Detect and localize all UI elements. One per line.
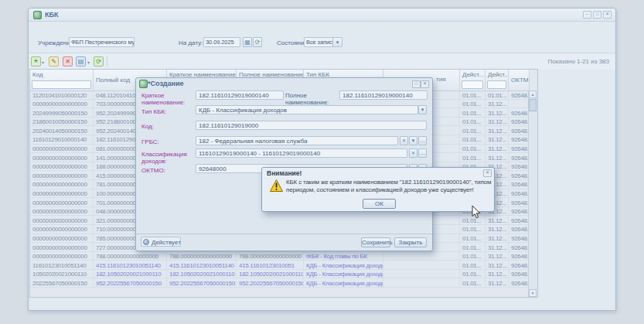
column-filter-input[interactable] (487, 80, 506, 89)
clear-icon[interactable] (409, 148, 417, 158)
table-cell: 92648... (509, 126, 530, 135)
clear-icon[interactable] (400, 136, 408, 145)
close-icon[interactable]: ✕ (483, 169, 492, 177)
table-cell: 00000000000000000 (30, 171, 94, 179)
grid-toolbar: ▾ ▾ Показано 1-21 из 383 (29, 53, 615, 70)
date-input[interactable]: 30.09.2025 (203, 37, 240, 47)
column-header[interactable]: Дейст... (460, 70, 486, 90)
table-cell: 92648... (509, 162, 530, 171)
maximize-icon[interactable]: □ (412, 80, 421, 88)
column-filter-input[interactable] (462, 80, 483, 89)
ok-button[interactable]: ОК (363, 199, 396, 209)
table-cell: 31.12... (486, 225, 509, 234)
table-cell: 31.12... (486, 261, 509, 269)
short-name-input[interactable]: 182.11610129019000140 (196, 90, 284, 100)
table-row[interactable]: 11610123010051140415.1161012301005114041… (30, 261, 530, 270)
table-cell: 00000000000000000 (30, 198, 94, 206)
table-cell (383, 270, 460, 278)
table-cell: 10502020021000110 (30, 270, 94, 278)
table-cell: 31.12... (486, 243, 509, 251)
table-cell (509, 100, 530, 108)
table-cell: 01.01... (460, 252, 486, 261)
state-select[interactable]: Все записи (304, 37, 342, 47)
export-menu-caret-icon[interactable]: ▾ (87, 60, 90, 65)
table-cell: 31.12... (486, 145, 509, 153)
table-cell: 182.10502020021000110 (237, 270, 304, 278)
warning-title: Внимание! (267, 169, 302, 177)
add-menu-caret-icon[interactable]: ▾ (42, 60, 44, 65)
table-row[interactable]: 20225567050000150952.2022556705000015095… (30, 278, 530, 288)
chevron-down-icon[interactable] (418, 105, 427, 114)
desktop: КБК – □ ✕ Учреждение: ФБП Пестречинского… (0, 0, 644, 324)
column-header[interactable]: ОКТМО (509, 70, 530, 90)
table-cell: 31.12... (486, 135, 509, 144)
warning-dialog: Внимание! ✕ КБК с таким же кратким наиме… (261, 167, 495, 212)
column-filter-input[interactable] (32, 80, 91, 89)
lookup-icon[interactable] (418, 136, 427, 145)
close-icon[interactable]: ✕ (421, 80, 429, 88)
app-icon (33, 11, 42, 19)
table-cell: 182.10502020021000110 (167, 270, 237, 278)
refresh-date-icon[interactable] (253, 37, 262, 47)
kbk-type-select[interactable]: КДБ - Классификация доходов (196, 105, 418, 114)
close-icon[interactable]: ✕ (603, 11, 612, 19)
vertical-scrollbar[interactable]: ▲ ▼ (528, 90, 537, 297)
paging-status: Показано 1-21 из 383 (548, 58, 609, 65)
full-name-input[interactable]: 182.11610129019000140 (339, 90, 428, 100)
scroll-down-icon[interactable]: ▼ (529, 289, 537, 297)
table-cell: 31.12... (486, 126, 509, 135)
income-class-input[interactable]: 11610129019000140 - 11610129019000140 (196, 148, 407, 158)
table-cell: 92648... (509, 278, 530, 287)
table-cell: 01.01... (460, 278, 486, 287)
table-cell (383, 261, 460, 269)
table-cell: 92648... (509, 108, 530, 117)
table-cell: 31.12... (486, 252, 509, 261)
chevron-down-icon[interactable] (332, 38, 342, 46)
scrollbar-thumb[interactable] (529, 99, 537, 111)
save-button[interactable]: Сохранить (361, 237, 390, 247)
chevron-down-icon[interactable] (409, 136, 417, 145)
lookup-icon[interactable] (418, 148, 427, 158)
table-cell: 20225567050000150 (30, 278, 94, 287)
grbs-input[interactable]: 182 - Федеральная налоговая служба (196, 136, 398, 145)
table-cell: 31.12... (486, 234, 509, 243)
close-button[interactable]: Закрыть (394, 237, 427, 247)
table-cell: 01.01... (460, 225, 486, 234)
edit-button[interactable] (49, 56, 59, 67)
column-header[interactable]: Дейст... (486, 70, 509, 90)
table-cell: 31.12... (486, 216, 509, 224)
table-cell: 92648... (509, 225, 530, 234)
scroll-up-icon[interactable]: ▲ (529, 90, 537, 98)
code-input[interactable]: 182.11610129019000 (196, 121, 427, 130)
table-cell: 415.11610123010051140 (167, 261, 237, 269)
table-cell: 92648... (509, 118, 530, 126)
table-cell: 21860010050000150 (30, 118, 94, 126)
add-button[interactable] (31, 56, 41, 67)
window-titlebar[interactable]: КБК – □ ✕ (29, 9, 615, 22)
code-label: Код: (141, 123, 191, 130)
table-cell: 00000000000000000 (30, 100, 94, 108)
table-cell: КДБ - Классификация доходов (304, 278, 383, 287)
minimize-icon[interactable]: – (583, 11, 591, 19)
table-cell: 11610123010051140 (30, 261, 94, 269)
table-cell: 01.01... (460, 118, 486, 126)
create-dialog-titlebar[interactable]: *Создание □ ✕ (136, 78, 432, 88)
table-cell: КДБ - Классификация доходов (304, 270, 383, 278)
active-toggle[interactable]: Действует (141, 237, 181, 247)
column-header[interactable]: Код (30, 70, 94, 90)
calendar-icon[interactable] (243, 37, 252, 47)
delete-button[interactable] (63, 56, 73, 67)
table-cell: 01.01... (460, 100, 486, 108)
institution-input[interactable]: ФБП Пестречинского муниципаль (69, 37, 135, 47)
table-cell: 00000000000000000 (30, 153, 94, 162)
active-status-icon (143, 239, 149, 245)
table-cell: 01.01... (460, 153, 486, 162)
refresh-button[interactable] (94, 56, 104, 67)
maximize-icon[interactable]: □ (593, 11, 601, 19)
table-row[interactable]: 00000000000000000788.0000000000000000788… (30, 252, 530, 261)
table-row[interactable]: 10502020021000110182.1050202002100011018… (30, 270, 530, 279)
export-button[interactable] (76, 56, 86, 67)
table-cell: 952.20225567050000150 (237, 278, 304, 287)
table-cell: 01.01... (486, 90, 509, 99)
table-cell: 952.20225567050000150 (167, 278, 237, 287)
